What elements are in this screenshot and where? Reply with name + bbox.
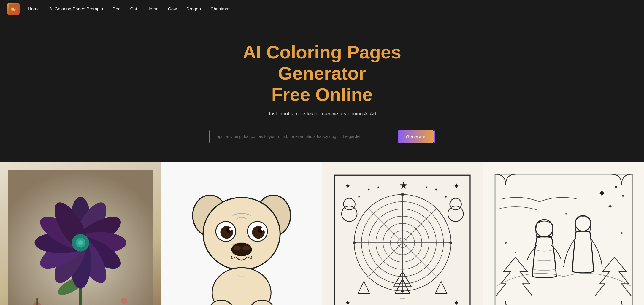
svg-point-63 (445, 196, 447, 198)
nav-item-cow[interactable]: Cow (168, 6, 177, 12)
svg-point-8 (121, 298, 127, 304)
gallery-section: ✦ ✦ ✦ ✦ ★ (0, 162, 644, 305)
svg-text:✦: ✦ (345, 182, 351, 190)
nav-link-christmas[interactable]: Christmas (210, 6, 231, 11)
nav-link-prompts[interactable]: AI Coloring Pages Prompts (49, 6, 103, 11)
svg-rect-86 (491, 170, 636, 305)
svg-point-2 (12, 8, 14, 9)
nav-item-dragon[interactable]: Dragon (186, 6, 201, 12)
nav-link-cow[interactable]: Cow (168, 6, 177, 11)
svg-point-85 (449, 241, 452, 244)
svg-point-36 (261, 228, 264, 231)
svg-text:●: ● (614, 183, 618, 190)
svg-point-24 (78, 240, 83, 245)
svg-point-65 (426, 187, 427, 188)
nav-item-horse[interactable]: Horse (147, 6, 158, 12)
svg-point-60 (368, 189, 370, 191)
svg-point-96 (565, 213, 567, 215)
svg-point-83 (401, 290, 404, 293)
gallery-item-pug (161, 162, 322, 305)
nav-item-christmas[interactable]: Christmas (210, 6, 231, 12)
nav-link-dog[interactable]: Dog (112, 6, 121, 11)
search-container: Generate (209, 129, 435, 144)
nav-item-cat[interactable]: Cat (130, 6, 137, 12)
svg-text:✦: ✦ (345, 298, 351, 305)
svg-text:✦: ✦ (597, 188, 606, 199)
svg-point-94 (505, 242, 507, 244)
svg-point-61 (435, 189, 437, 191)
svg-point-84 (353, 241, 356, 244)
svg-point-39 (242, 246, 250, 250)
nav-links: Home AI Coloring Pages Prompts Dog Cat H… (28, 6, 231, 12)
gallery-item-angel: ✦ ✦ ● ● (483, 162, 644, 305)
svg-text:●: ● (621, 193, 624, 198)
nav-item-prompts[interactable]: AI Coloring Pages Prompts (49, 6, 103, 12)
nav-link-home[interactable]: Home (28, 6, 40, 11)
svg-text:★: ★ (399, 180, 408, 191)
svg-text:✦: ✦ (453, 298, 460, 305)
search-input[interactable] (210, 130, 397, 143)
svg-point-82 (401, 193, 404, 196)
logo[interactable] (7, 3, 20, 15)
svg-point-97 (515, 252, 516, 253)
nav-item-dog[interactable]: Dog (112, 6, 121, 12)
svg-point-35 (229, 228, 232, 231)
nav-link-cat[interactable]: Cat (130, 6, 137, 11)
svg-point-62 (358, 196, 360, 198)
svg-point-95 (621, 232, 623, 234)
svg-point-38 (233, 246, 240, 250)
gallery-item-flower (0, 162, 161, 305)
gallery-item-christmas-mandala: ✦ ✦ ✦ ✦ ★ (322, 162, 483, 305)
svg-point-28 (203, 198, 280, 270)
hero-subtitle: Just input simple text to receive a stun… (268, 111, 376, 117)
hero-title: AI Coloring Pages Generator Free Online (203, 42, 441, 105)
nav-link-dragon[interactable]: Dragon (186, 6, 201, 11)
nav-link-horse[interactable]: Horse (147, 6, 158, 11)
navbar: Home AI Coloring Pages Prompts Dog Cat H… (0, 0, 644, 18)
svg-text:✦: ✦ (453, 182, 460, 190)
svg-text:✦: ✦ (607, 203, 613, 210)
generate-button[interactable]: Generate (398, 130, 434, 143)
svg-point-64 (377, 187, 379, 188)
hero-section: AI Coloring Pages Generator Free Online … (0, 18, 644, 162)
nav-item-home[interactable]: Home (28, 6, 40, 12)
